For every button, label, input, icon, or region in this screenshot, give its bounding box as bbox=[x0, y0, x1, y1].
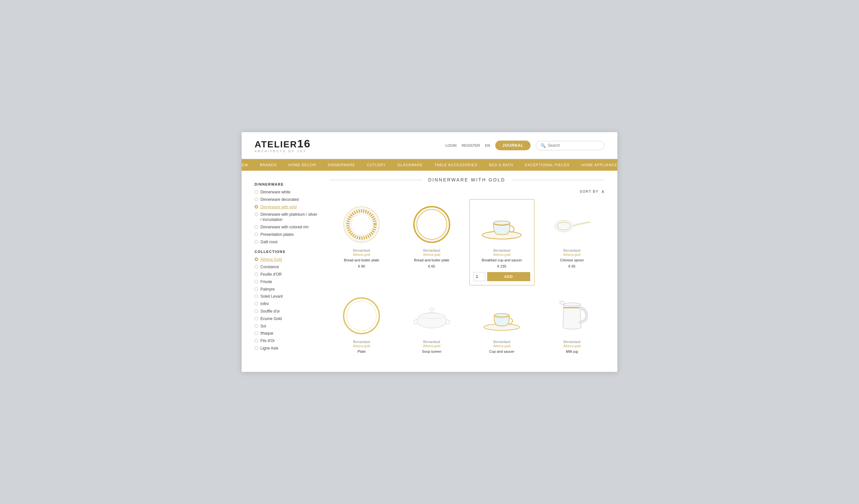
sidebar-item-dinnerware-gold[interactable]: Dinnerware with gold bbox=[255, 204, 319, 210]
product-collection-2: Athena gold bbox=[423, 253, 440, 257]
nav-exceptional[interactable]: EXCEPTIONAL PIECES bbox=[519, 159, 576, 171]
register-link[interactable]: REGISTER bbox=[462, 143, 480, 147]
nav-table-accessories[interactable]: TABLE ACCESSORIES bbox=[428, 159, 483, 171]
sidebar-item-sol[interactable]: Sol bbox=[255, 324, 319, 329]
radio-dinnerware-platinum bbox=[255, 213, 258, 216]
nav-appliances[interactable]: HOME APPLIANCES bbox=[576, 159, 617, 171]
product-brand-3: Bernardaud bbox=[493, 249, 510, 252]
sidebar-dinnerware-title: DINNERWARE bbox=[255, 182, 319, 186]
product-img-7 bbox=[473, 295, 530, 337]
qty-input-3[interactable] bbox=[473, 272, 485, 281]
product-brand-4: Bernardaud bbox=[563, 249, 581, 252]
sidebar-item-feuille[interactable]: Feuille d'OR bbox=[255, 272, 319, 277]
sidebar: DINNERWARE Dinnerware white Dinnerware d… bbox=[255, 177, 319, 362]
product-collection-6: Athena gold bbox=[423, 344, 440, 348]
nav-home-decor[interactable]: HOME DECOR bbox=[283, 159, 322, 171]
logo-subtitle: ARCHITECTS OF JOY bbox=[255, 150, 311, 153]
sidebar-item-ecume[interactable]: Ecume Gold bbox=[255, 316, 319, 322]
radio-ithaque bbox=[255, 331, 258, 335]
sidebar-item-presentation[interactable]: Presentation plates bbox=[255, 232, 319, 238]
radio-dinnerware-colored bbox=[255, 225, 258, 229]
product-card-5[interactable]: Bernardaud Athena gold Plate bbox=[329, 291, 394, 362]
product-brand-2: Bernardaud bbox=[423, 249, 440, 252]
sidebar-item-dinnerware-decorated[interactable]: Dinnerware decorated bbox=[255, 197, 319, 202]
sidebar-item-palmyre[interactable]: Palmyre bbox=[255, 287, 319, 292]
page-title-row: DINNERWARE WITH GOLD bbox=[329, 177, 604, 182]
product-card-1[interactable]: Bernardaud Athena gold Bread and butter … bbox=[329, 199, 394, 285]
product-card-7[interactable]: Bernardaud Athena gold Cup and saucer bbox=[469, 291, 534, 362]
product-img-3 bbox=[473, 203, 530, 245]
product-card-4[interactable]: Bernardaud Athena gold Chinese spoon € 6… bbox=[540, 199, 605, 285]
product-brand-8: Bernardaud bbox=[563, 340, 581, 343]
product-card-6[interactable]: Bernardaud Athena gold Soup tureen bbox=[400, 291, 465, 362]
sidebar-item-athena[interactable]: Athena Gold bbox=[255, 257, 319, 262]
sidebar-item-souffle[interactable]: Souffle d'or bbox=[255, 309, 319, 314]
nav-new[interactable]: NEW bbox=[242, 159, 254, 171]
product-price-1: € 90 bbox=[358, 264, 365, 268]
sidebar-item-infini[interactable]: Infini bbox=[255, 301, 319, 307]
product-price-3: € 235 bbox=[497, 264, 506, 268]
sidebar-item-dinnerware-colored[interactable]: Dinnerware with colored rim bbox=[255, 225, 319, 230]
plate-white-img bbox=[342, 296, 381, 335]
sidebar-item-soleil[interactable]: Soleil Levant bbox=[255, 294, 319, 299]
sidebar-item-ligne[interactable]: Ligne Asie bbox=[255, 346, 319, 351]
radio-frivole bbox=[255, 280, 258, 284]
header-links: LOGIN REGISTER EN bbox=[446, 143, 490, 147]
product-img-5 bbox=[333, 295, 390, 337]
radio-galli bbox=[255, 240, 258, 244]
sidebar-item-dinnerware-white[interactable]: Dinnerware white bbox=[255, 189, 319, 195]
nav-bed-bath[interactable]: BED & BATH bbox=[483, 159, 519, 171]
radio-souffle bbox=[255, 309, 258, 313]
sidebar-item-frivole[interactable]: Frivole bbox=[255, 279, 319, 285]
sidebar-collections-title: COLLECTIONS bbox=[255, 250, 319, 254]
dinnerware-gold-link[interactable]: Dinnerware with gold bbox=[260, 204, 297, 210]
nav-glassware[interactable]: GLASSWARE bbox=[392, 159, 428, 171]
sort-label: SORT BY bbox=[580, 189, 599, 193]
product-brand-6: Bernardaud bbox=[423, 340, 440, 343]
radio-dinnerware-white bbox=[255, 190, 258, 194]
svg-point-7 bbox=[494, 221, 510, 225]
svg-point-12 bbox=[419, 313, 445, 318]
sidebar-item-ithaque[interactable]: Ithaque bbox=[255, 331, 319, 336]
plate-dots-img bbox=[342, 205, 381, 244]
search-input[interactable] bbox=[548, 143, 600, 148]
product-brand-5: Bernardaud bbox=[353, 340, 370, 343]
journal-button[interactable]: JOURNAL bbox=[495, 141, 530, 150]
radio-presentation bbox=[255, 232, 258, 236]
product-brand-1: Bernardaud bbox=[353, 249, 370, 252]
sidebar-item-dinnerware-platinum[interactable]: Dinnerware with platinium / silver / inc… bbox=[255, 212, 319, 223]
sidebar-item-galli[interactable]: Galli rossi bbox=[255, 239, 319, 245]
product-img-6 bbox=[404, 295, 460, 337]
product-collection-1: Athena gold bbox=[353, 253, 370, 257]
header: ATELIER16 ARCHITECTS OF JOY LOGIN REGIST… bbox=[242, 132, 617, 159]
product-card-2[interactable]: Bernardaud Athena gold Bread and butter … bbox=[400, 199, 465, 285]
nav-dinnerware[interactable]: DINNERWARE bbox=[322, 159, 361, 171]
add-row-3: ADD bbox=[473, 272, 530, 281]
jug-img bbox=[553, 298, 591, 334]
athena-link[interactable]: Athena Gold bbox=[260, 257, 282, 262]
radio-athena bbox=[255, 258, 258, 261]
radio-constance bbox=[255, 265, 258, 269]
login-link[interactable]: LOGIN bbox=[446, 143, 456, 147]
logo-area: ATELIER16 ARCHITECTS OF JOY bbox=[255, 138, 311, 153]
radio-feuille bbox=[255, 272, 258, 276]
logo: ATELIER16 bbox=[255, 138, 311, 149]
product-collection-7: Athena gold bbox=[493, 344, 511, 348]
radio-infini bbox=[255, 302, 258, 305]
product-card-3[interactable]: Bernardaud Athena gold Breakfast cup and… bbox=[469, 199, 534, 285]
nav-bar: NEW BRANDS HOME DECOR DINNERWARE CUTLERY… bbox=[242, 159, 617, 171]
radio-palmyre bbox=[255, 287, 258, 291]
nav-cutlery[interactable]: CUTLERY bbox=[361, 159, 392, 171]
sidebar-item-fils[interactable]: Fils d'Or bbox=[255, 338, 319, 343]
plate-rim-img bbox=[412, 205, 451, 244]
product-card-8[interactable]: Bernardaud Athena gold Milk jug bbox=[540, 291, 605, 362]
add-button-3[interactable]: ADD bbox=[487, 272, 530, 281]
nav-brands[interactable]: BRANDS bbox=[254, 159, 283, 171]
sidebar-item-constance[interactable]: Constance bbox=[255, 264, 319, 270]
product-collection-8: Athena gold bbox=[563, 344, 581, 348]
lang-selector[interactable]: EN bbox=[485, 143, 490, 147]
sort-chevron-icon[interactable]: ∧ bbox=[601, 189, 604, 194]
product-name-2: Bread and butter plate bbox=[414, 258, 449, 263]
tureen-img bbox=[411, 300, 453, 332]
product-img-1 bbox=[333, 203, 390, 245]
